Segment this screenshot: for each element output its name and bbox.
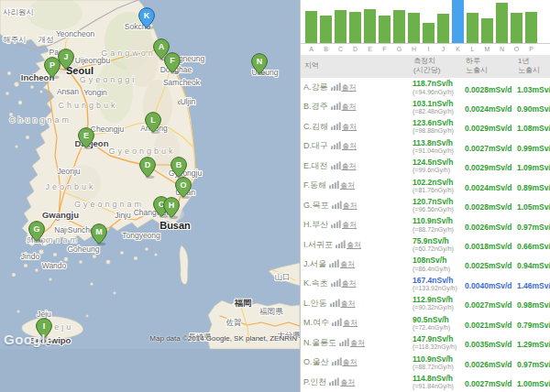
region-link[interactable]: L.안동	[303, 299, 327, 308]
source-link[interactable]: 출처	[342, 221, 357, 229]
yearly-exposure-value: 1.00mSv/y	[517, 379, 550, 388]
mini-chart-icon[interactable]	[332, 318, 342, 326]
bar-G[interactable]	[393, 10, 405, 43]
mini-chart-icon[interactable]	[331, 220, 341, 228]
table-row-C: C.김해출처 123.6nSv/h(=98.88nGy/h) 0.0029mSv…	[301, 117, 550, 136]
source-link[interactable]: 출처	[343, 319, 358, 327]
region-link[interactable]: D.대구	[303, 141, 328, 150]
mini-chart-icon[interactable]	[339, 338, 349, 346]
source-link[interactable]: 출처	[342, 83, 357, 92]
map-label: 山口	[275, 272, 291, 281]
region-link[interactable]: G.목포	[303, 201, 329, 210]
region-link[interactable]: P.인천	[303, 377, 326, 387]
map-label: Gyeonggi	[80, 75, 138, 84]
marker-letter: K	[144, 11, 150, 20]
map-label: Yeoncheon	[56, 29, 95, 38]
bar-M[interactable]	[481, 18, 493, 43]
region-link[interactable]: N.울릉도	[303, 338, 336, 347]
mini-chart-icon[interactable]	[336, 240, 346, 248]
source-link[interactable]: 출처	[341, 299, 356, 308]
yearly-exposure-value: 0.90mSv/y	[517, 104, 550, 114]
bar-O[interactable]	[511, 13, 522, 43]
header-region: 지역	[301, 55, 410, 78]
yearly-exposure-value: 1.05mSv/y	[517, 202, 550, 212]
source-link[interactable]: 출처	[342, 162, 357, 170]
mini-chart-icon[interactable]	[331, 161, 341, 169]
bar-K[interactable]	[452, 0, 464, 43]
axis-label-A: A	[305, 44, 317, 54]
mini-chart-icon[interactable]	[331, 141, 341, 149]
daily-exposure-value: 0.0040mSv/d	[465, 281, 512, 290]
bar-E[interactable]	[364, 9, 376, 43]
source-link[interactable]: 출처	[342, 123, 357, 131]
bar-J[interactable]	[437, 14, 449, 43]
yearly-exposure-value: 1.08mSv/y	[517, 124, 550, 133]
source-link[interactable]: 출처	[343, 358, 358, 366]
region-link[interactable]: H.부산	[303, 220, 328, 229]
mini-chart-icon[interactable]	[331, 102, 341, 110]
bar-B[interactable]	[320, 16, 332, 43]
bar-chart-bars	[301, 0, 550, 44]
bar-I[interactable]	[423, 23, 434, 43]
yearly-exposure-value: 0.98mSv/y	[517, 300, 550, 310]
axis-label-G: G	[393, 44, 405, 54]
source-link[interactable]: 출처	[350, 339, 365, 347]
data-panel: ABCDEFGHIJKLMNOP 지역 측정치(시간당) 하루노출시 1년노출시…	[300, 0, 550, 392]
table-row-I: I.서귀포출처 75.9nSv/h(=60.72nGy/h) 0.0018mSv…	[301, 234, 550, 254]
marker-letter: F	[170, 56, 175, 65]
source-link[interactable]: 출처	[346, 241, 361, 249]
mini-chart-icon[interactable]	[332, 201, 342, 209]
map-label: 福岡	[234, 298, 252, 308]
google-logo[interactable]: Google	[4, 332, 54, 347]
mini-chart-icon[interactable]	[329, 180, 339, 189]
region-link[interactable]: A.강릉	[303, 82, 328, 92]
mini-chart-icon[interactable]	[331, 122, 341, 130]
source-link[interactable]: 출처	[343, 201, 358, 210]
marker-letter: I	[43, 321, 46, 331]
map-label: Busan	[160, 220, 191, 231]
region-link[interactable]: I.서귀포	[303, 240, 333, 249]
bar-F[interactable]	[379, 16, 390, 43]
daily-exposure-value: 0.0027mSv/d	[465, 300, 512, 310]
region-link[interactable]: M.여수	[303, 318, 329, 327]
bar-H[interactable]	[408, 13, 420, 43]
mini-chart-icon[interactable]	[329, 377, 339, 386]
bar-D[interactable]	[349, 12, 361, 43]
region-link[interactable]: F.동해	[303, 180, 326, 190]
mini-chart-icon[interactable]	[332, 357, 342, 365]
bar-L[interactable]	[467, 13, 478, 43]
mini-chart-icon[interactable]	[329, 259, 339, 267]
bar-A[interactable]	[305, 11, 317, 43]
source-link[interactable]: 출처	[342, 103, 357, 111]
mini-chart-icon[interactable]	[331, 82, 341, 91]
region-link[interactable]: E.대전	[303, 161, 328, 170]
bar-N[interactable]	[496, 3, 508, 43]
marker-letter: N	[257, 57, 263, 66]
map-label: Chungnam	[9, 115, 72, 125]
axis-label-P: P	[525, 44, 537, 54]
region-link[interactable]: J.서울	[303, 259, 326, 268]
source-link[interactable]: 출처	[342, 279, 357, 288]
bar-C[interactable]	[335, 10, 346, 43]
mini-chart-icon[interactable]	[330, 299, 340, 307]
source-link[interactable]: 출처	[340, 378, 355, 387]
yearly-exposure-value: 0.66mSv/y	[517, 242, 550, 251]
source-link[interactable]: 출처	[342, 142, 357, 150]
map-label: Gangwon	[101, 49, 156, 58]
bar-P[interactable]	[525, 12, 537, 43]
source-link[interactable]: 출처	[340, 181, 355, 190]
marker-letter: G	[33, 224, 39, 234]
source-link[interactable]: 출처	[340, 260, 355, 268]
map-pane[interactable]: 사리원시해주시개성YeoncheonPajuUijeongbuSeoulInch…	[0, 0, 300, 392]
region-link[interactable]: C.김해	[303, 122, 328, 131]
measurement-value: 90.5nSv/h	[412, 315, 462, 324]
mini-chart-icon[interactable]	[331, 278, 341, 287]
radiation-map-app: 사리원시해주시개성YeoncheonPajuUijeongbuSeoulInch…	[0, 0, 550, 392]
region-link[interactable]: O.울산	[303, 357, 329, 366]
daily-exposure-value: 0.0027mSv/d	[465, 144, 512, 153]
table-row-M: M.여수출처 90.5nSv/h(=72.4nGy/h) 0.0021mSv/d…	[301, 313, 550, 332]
region-link[interactable]: K.속초	[303, 278, 328, 288]
region-link[interactable]: B.경주	[303, 102, 328, 111]
measurement-gy-value: (=91.84nGy/h)	[412, 383, 462, 390]
header-daily-exposure: 하루노출시	[462, 55, 514, 78]
